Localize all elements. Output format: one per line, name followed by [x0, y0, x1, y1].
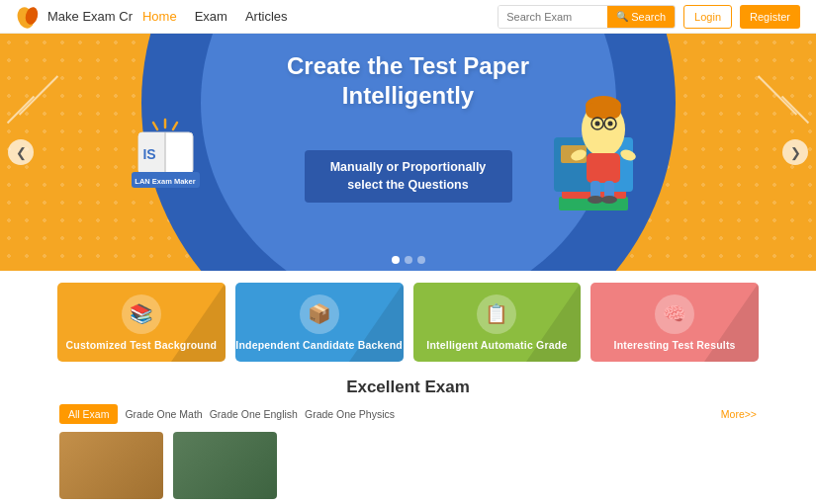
- tab-all-exam[interactable]: All Exam: [59, 404, 118, 424]
- feature-icon-circle-3: 🧠: [655, 294, 694, 334]
- main-nav: Home Exam Articles: [142, 9, 288, 24]
- hero-banner: Create the Test Paper Intelligently Manu…: [0, 34, 816, 271]
- svg-text:IS: IS: [142, 146, 155, 162]
- hero-dot-3[interactable]: [417, 256, 425, 264]
- hero-dots: [392, 256, 425, 264]
- logo-area: Make Exam Cr: [16, 4, 133, 30]
- search-button[interactable]: 🔍 Search: [607, 6, 675, 28]
- hero-dot-2[interactable]: [405, 256, 412, 264]
- tab-grade-one-english[interactable]: Grade One English: [210, 408, 298, 420]
- feature-label-1: Independent Candidate Backend: [235, 339, 403, 351]
- header: Make Exam Cr Home Exam Articles 🔍 Search…: [0, 0, 816, 34]
- hero-subtitle: Manually or Proportionally select the Qu…: [305, 150, 512, 203]
- hero-dot-1[interactable]: [392, 256, 400, 264]
- feature-card-0[interactable]: 📚 Customized Test Background: [57, 283, 226, 362]
- header-right: 🔍 Search Login Register: [498, 5, 800, 29]
- hero-logo-left: IS LAN Exam Maker: [124, 108, 208, 192]
- tab-grade-one-math[interactable]: Grade One Math: [125, 408, 202, 420]
- svg-line-8: [153, 123, 157, 129]
- excellent-section: Excellent Exam All Exam Grade One Math G…: [0, 374, 816, 499]
- feature-icon-circle-2: 📋: [477, 294, 516, 334]
- exam-tabs-row: All Exam Grade One Math Grade One Englis…: [59, 404, 757, 424]
- svg-point-31: [588, 196, 603, 204]
- search-container: 🔍 Search: [498, 5, 676, 29]
- feature-label-3: Interesting Test Results: [614, 339, 736, 351]
- svg-line-7: [173, 123, 177, 129]
- hero-prev-button[interactable]: ❮: [8, 139, 34, 165]
- feature-card-2[interactable]: 📋 Intelligent Automatic Grade: [413, 283, 582, 362]
- search-input[interactable]: [499, 6, 607, 28]
- search-icon: 🔍: [616, 11, 628, 22]
- feature-label-2: Intelligent Automatic Grade: [426, 339, 567, 351]
- feature-icon-circle-0: 📚: [122, 294, 161, 334]
- feature-card-1[interactable]: 📦 Independent Candidate Backend: [235, 283, 404, 362]
- logo-text: Make Exam Cr: [47, 9, 133, 24]
- svg-text:LAN Exam Maker: LAN Exam Maker: [135, 177, 195, 186]
- feature-label-0: Customized Test Background: [66, 339, 218, 351]
- svg-point-32: [601, 196, 617, 204]
- svg-rect-20: [586, 103, 621, 119]
- svg-point-24: [595, 122, 600, 126]
- hero-next-button[interactable]: ❯: [782, 139, 808, 165]
- nav-articles[interactable]: Articles: [245, 9, 288, 24]
- more-link[interactable]: More>>: [721, 408, 757, 420]
- feature-icon-circle-1: 📦: [300, 294, 339, 334]
- login-button[interactable]: Login: [683, 5, 732, 29]
- feature-card-3[interactable]: 🧠 Interesting Test Results: [590, 283, 759, 362]
- exam-card-2[interactable]: [173, 432, 277, 499]
- nav-exam[interactable]: Exam: [195, 9, 227, 24]
- exam-card-1[interactable]: [59, 432, 163, 499]
- nav-home[interactable]: Home: [142, 9, 177, 24]
- feature-cards: 📚 Customized Test Background 📦 Independe…: [0, 271, 816, 374]
- tab-grade-one-physics[interactable]: Grade One Physics: [305, 408, 395, 420]
- logo-icon: [16, 4, 42, 30]
- hero-character: [529, 39, 668, 256]
- exam-cards-row: [59, 432, 757, 499]
- register-button[interactable]: Register: [740, 5, 800, 29]
- hero-title: Create the Test Paper Intelligently: [250, 51, 567, 111]
- svg-point-25: [608, 122, 613, 126]
- svg-rect-26: [587, 153, 620, 183]
- excellent-title: Excellent Exam: [59, 378, 757, 397]
